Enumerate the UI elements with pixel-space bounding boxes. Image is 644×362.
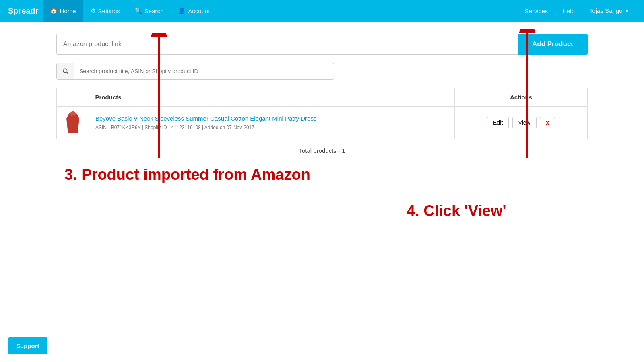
- nav-user[interactable]: Tejas Sangoi ▾: [582, 0, 636, 22]
- search-icon: [62, 68, 69, 75]
- product-thumbnail-cell: [57, 107, 89, 139]
- main-content: Add Product Products Actions: [0, 22, 644, 343]
- home-icon: 🏠: [50, 7, 58, 14]
- nav-settings[interactable]: ⚙ Settings: [83, 0, 127, 22]
- nav-account[interactable]: 👤 Account: [171, 0, 217, 22]
- settings-icon: ⚙: [91, 7, 96, 14]
- products-table: Products Actions Beyove Basic V Neck Sle…: [56, 88, 588, 139]
- nav-right: Services Help Tejas Sangoi ▾: [518, 0, 636, 22]
- table-row: Beyove Basic V Neck Sleeveless Summer Ca…: [57, 107, 588, 139]
- navbar: Spreadr 🏠 Home ⚙ Settings 🔍 Search 👤 Acc…: [0, 0, 644, 22]
- nav-home[interactable]: 🏠 Home: [43, 0, 83, 22]
- search-nav-icon: 🔍: [134, 7, 142, 14]
- nav-help[interactable]: Help: [555, 0, 582, 22]
- total-products: Total products - 1: [56, 139, 588, 162]
- nav-services[interactable]: Services: [518, 0, 555, 22]
- brand-logo: Spreadr: [8, 6, 39, 16]
- amazon-link-input[interactable]: [56, 34, 518, 55]
- arrow3-svg: [143, 33, 175, 162]
- arrow4-svg: [511, 29, 543, 162]
- account-icon: 👤: [178, 7, 186, 14]
- edit-button[interactable]: Edit: [487, 117, 509, 128]
- col-thumbnail: [57, 88, 89, 107]
- product-search-input[interactable]: [74, 68, 334, 74]
- support-button[interactable]: Support: [8, 337, 47, 354]
- search-icon-button[interactable]: [57, 63, 74, 79]
- annotations: 3. Product imported from Amazon 4. Click…: [56, 162, 588, 331]
- step3-label: 3. Product imported from Amazon: [64, 166, 310, 183]
- step4-label: 4. Click 'View': [407, 202, 506, 220]
- nav-search[interactable]: 🔍 Search: [127, 0, 171, 22]
- product-image: [66, 111, 80, 133]
- search-row: [56, 63, 334, 80]
- product-link-row: Add Product: [56, 34, 588, 55]
